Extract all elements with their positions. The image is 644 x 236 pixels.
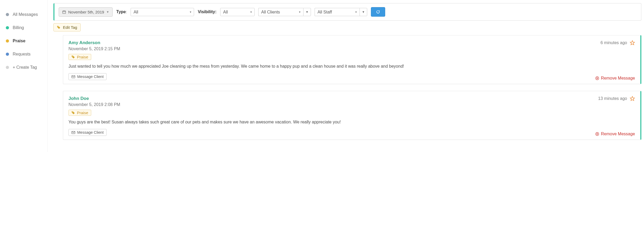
sidebar-item-all-messages[interactable]: All Messages	[0, 8, 47, 21]
dot-icon	[6, 39, 9, 43]
main-content: November 5th, 2019 ▼ Type: All Visibilit…	[48, 0, 644, 152]
envelope-icon	[71, 75, 75, 79]
message-client-button[interactable]: Message Client	[68, 129, 107, 136]
calendar-icon	[62, 10, 66, 14]
clients-dropdown-button[interactable]: ▼	[303, 8, 311, 16]
messages-list: Amy Anderson November 5, 2019 2:15 PM Pr…	[63, 35, 641, 140]
refresh-button[interactable]	[371, 7, 385, 17]
message-body: Just wanted to tell you how much we appr…	[68, 63, 635, 70]
star-icon	[630, 96, 635, 101]
message-tag[interactable]: Praise	[68, 110, 91, 116]
sidebar: All Messages Billing Praise Requests + C…	[0, 0, 48, 152]
tags-icon	[57, 25, 61, 29]
tag-icon	[71, 111, 75, 115]
message-datetime: November 5, 2019 2:08 PM	[68, 102, 120, 107]
message-card: Amy Anderson November 5, 2019 2:15 PM Pr…	[63, 35, 641, 84]
svg-marker-9	[630, 96, 635, 101]
dot-icon	[6, 26, 9, 29]
message-card: John Doe November 5, 2019 2:08 PM Praise…	[63, 91, 641, 140]
edit-tag-button[interactable]: Edit Tag	[53, 23, 81, 31]
star-button[interactable]	[630, 96, 635, 101]
tag-icon	[71, 55, 75, 59]
envelope-icon	[71, 131, 75, 135]
dot-icon	[6, 53, 9, 56]
star-button[interactable]	[630, 40, 635, 45]
message-body: You guys are the best! Susan always take…	[68, 119, 635, 125]
message-author[interactable]: Amy Anderson	[68, 40, 120, 45]
sidebar-item-billing[interactable]: Billing	[0, 21, 47, 34]
refresh-icon	[376, 10, 380, 14]
type-label: Type:	[116, 10, 127, 14]
visibility-label: Visibility:	[198, 10, 217, 14]
staff-select[interactable]: All Staff	[315, 8, 360, 16]
clients-select[interactable]: All Clients	[258, 8, 303, 16]
sidebar-item-label: All Messages	[13, 12, 38, 17]
date-range-button[interactable]: November 5th, 2019 ▼	[59, 7, 113, 17]
date-label: November 5th, 2019	[68, 10, 104, 14]
visibility-select[interactable]: All	[220, 8, 255, 16]
remove-message-link[interactable]: Remove Message	[595, 132, 635, 136]
svg-marker-4	[630, 41, 635, 45]
sidebar-item-praise[interactable]: Praise	[0, 34, 47, 48]
message-relative-time: 6 minutes ago	[600, 40, 627, 45]
sidebar-item-create-tag[interactable]: + Create Tag	[0, 61, 47, 74]
filter-bar: November 5th, 2019 ▼ Type: All Visibilit…	[53, 3, 641, 21]
message-client-button[interactable]: Message Client	[68, 73, 107, 80]
clients-combo: All Clients ▼	[258, 8, 311, 16]
star-icon	[630, 40, 635, 45]
staff-dropdown-button[interactable]: ▼	[360, 8, 367, 16]
sidebar-item-requests[interactable]: Requests	[0, 48, 47, 61]
edit-tag-row: Edit Tag	[53, 23, 641, 31]
visibility-select-wrap: All	[220, 8, 255, 16]
dot-icon	[6, 66, 9, 69]
sidebar-item-label: Billing	[13, 25, 24, 30]
chevron-down-icon: ▼	[106, 10, 109, 13]
sidebar-item-label: Requests	[13, 52, 31, 57]
message-datetime: November 5, 2019 2:15 PM	[68, 47, 120, 51]
type-select[interactable]: All	[131, 8, 194, 16]
type-select-wrap: All	[131, 8, 194, 16]
message-relative-time: 13 minutes ago	[598, 96, 627, 101]
svg-rect-0	[63, 11, 66, 13]
edit-tag-label: Edit Tag	[63, 25, 77, 30]
staff-combo: All Staff ▼	[315, 8, 367, 16]
remove-message-link[interactable]: Remove Message	[595, 76, 635, 81]
sidebar-item-label: + Create Tag	[13, 65, 37, 70]
dot-icon	[6, 13, 9, 16]
remove-icon	[595, 76, 599, 80]
message-tag[interactable]: Praise	[68, 54, 91, 60]
remove-icon	[595, 132, 599, 136]
message-author[interactable]: John Doe	[68, 96, 120, 101]
sidebar-item-label: Praise	[13, 39, 25, 43]
